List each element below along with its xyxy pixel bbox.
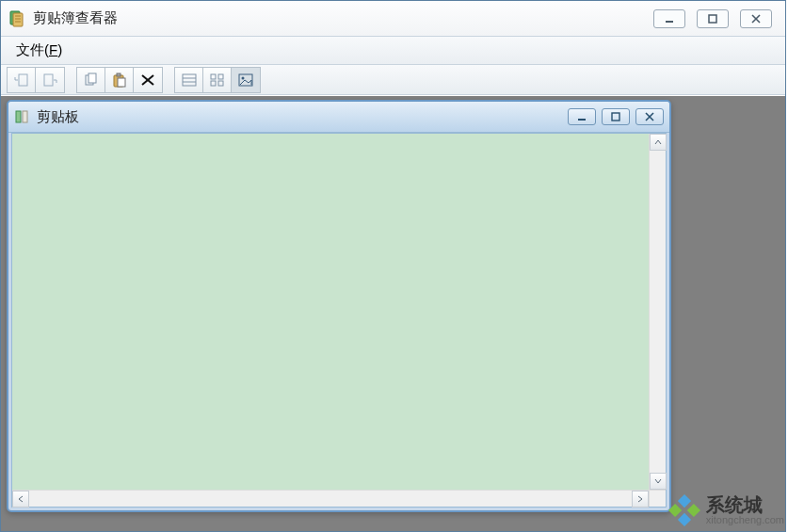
svg-rect-22	[218, 74, 223, 79]
svg-rect-21	[211, 74, 216, 79]
horizontal-scrollbar[interactable]	[12, 490, 649, 507]
svg-rect-30	[612, 113, 619, 121]
menu-file-hotkey: F	[49, 41, 57, 57]
scroll-right-button[interactable]	[632, 491, 649, 508]
svg-rect-10	[44, 74, 53, 86]
svg-rect-15	[118, 78, 125, 87]
toolbar-paste-button[interactable]	[105, 68, 134, 92]
toolbar-prev-button[interactable]	[8, 68, 36, 92]
menu-file-after: )	[57, 41, 62, 57]
svg-rect-14	[117, 73, 121, 76]
vertical-scrollbar[interactable]	[649, 134, 666, 490]
maximize-icon	[611, 112, 620, 121]
toolbar-delete-button[interactable]	[134, 68, 162, 92]
close-icon	[750, 13, 762, 24]
clipboard-icon	[14, 109, 29, 124]
svg-rect-18	[183, 74, 196, 86]
chevron-left-icon	[16, 494, 25, 504]
toolbar	[1, 65, 785, 95]
svg-rect-9	[19, 74, 27, 86]
main-window: 剪贴簿查看器 文件(F)	[0, 0, 786, 532]
view-list-icon	[181, 73, 198, 88]
minimize-button[interactable]	[653, 9, 685, 28]
page-next-icon	[41, 73, 58, 88]
svg-rect-34	[687, 504, 700, 517]
chevron-down-icon	[653, 476, 663, 486]
chevron-right-icon	[635, 494, 645, 504]
paste-icon	[111, 73, 128, 88]
maximize-icon	[707, 13, 718, 24]
copy-icon	[83, 73, 100, 88]
svg-rect-36	[678, 513, 691, 526]
svg-rect-23	[211, 81, 216, 86]
view-grid-icon	[209, 73, 226, 88]
svg-rect-12	[88, 73, 96, 83]
window-title: 剪贴簿查看器	[33, 9, 653, 27]
menu-file[interactable]: 文件(F)	[8, 39, 70, 62]
child-window-controls	[568, 108, 664, 125]
watermark: 系统城 xitongcheng.com	[668, 494, 784, 526]
svg-rect-28	[23, 111, 27, 122]
watermark-text-en: xitongcheng.com	[706, 515, 784, 526]
menubar: 文件(F)	[1, 37, 785, 65]
page-prev-icon	[13, 73, 30, 88]
close-button[interactable]	[740, 9, 772, 28]
toolbar-copy-button[interactable]	[77, 68, 105, 92]
child-minimize-button[interactable]	[568, 108, 596, 125]
child-body	[11, 133, 667, 508]
clipboard-content	[12, 134, 649, 490]
svg-rect-35	[668, 504, 682, 517]
app-icon	[8, 10, 25, 27]
delete-icon	[139, 73, 156, 88]
scrollbar-corner	[649, 490, 666, 507]
close-icon	[645, 112, 654, 121]
svg-rect-1	[13, 13, 23, 26]
maximize-button[interactable]	[697, 9, 729, 28]
chevron-up-icon	[653, 137, 663, 147]
toolbar-view-grid-button[interactable]	[203, 68, 232, 92]
titlebar[interactable]: 剪贴簿查看器	[1, 1, 785, 37]
svg-rect-6	[709, 15, 716, 23]
toolbar-group-view	[174, 67, 261, 93]
svg-rect-27	[16, 111, 21, 122]
child-window-title: 剪贴板	[37, 108, 568, 126]
child-window-clipboard: 剪贴板	[7, 100, 671, 512]
scroll-left-button[interactable]	[12, 491, 29, 508]
mdi-client-area: 剪贴板	[1, 95, 785, 531]
toolbar-view-list-button[interactable]	[175, 68, 203, 92]
minimize-icon	[664, 13, 675, 24]
minimize-icon	[577, 112, 587, 121]
child-close-button[interactable]	[635, 108, 664, 125]
scroll-down-button[interactable]	[650, 473, 667, 490]
watermark-logo-icon	[668, 494, 700, 526]
svg-rect-24	[218, 81, 223, 86]
toolbar-next-button[interactable]	[36, 68, 64, 92]
toolbar-group-edit	[76, 67, 163, 93]
svg-point-26	[242, 76, 245, 79]
svg-rect-33	[678, 494, 691, 508]
view-image-icon	[237, 73, 254, 88]
child-maximize-button[interactable]	[602, 108, 630, 125]
toolbar-group-nav	[7, 67, 65, 93]
window-controls	[653, 9, 772, 28]
child-titlebar[interactable]: 剪贴板	[8, 102, 669, 133]
toolbar-view-image-button[interactable]	[232, 68, 260, 92]
watermark-text-cn: 系统城	[706, 495, 784, 515]
menu-file-label: 文件(	[16, 41, 49, 57]
scroll-up-button[interactable]	[650, 134, 667, 151]
